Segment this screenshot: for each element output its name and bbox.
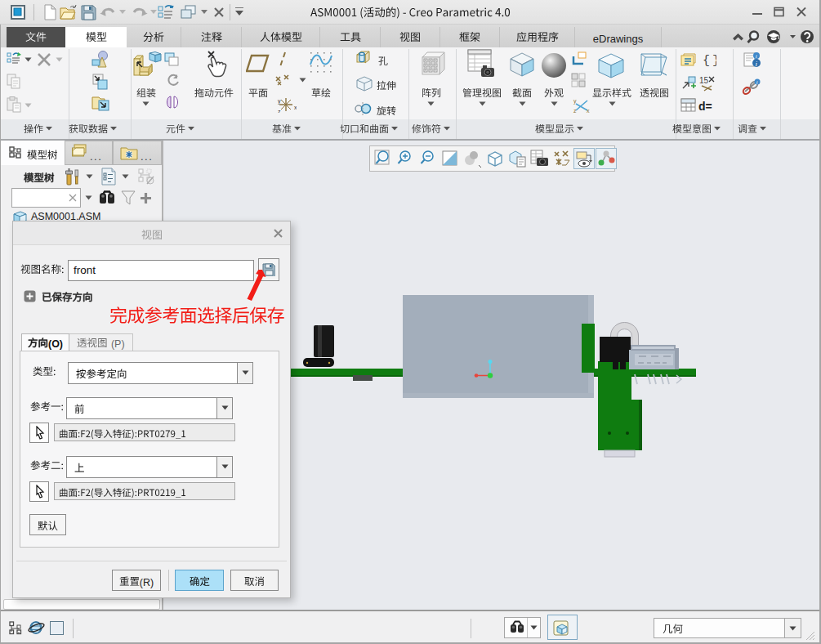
svg-text:x: x <box>587 108 590 114</box>
svg-text:x: x <box>294 105 297 110</box>
svg-text:i: i <box>756 79 758 85</box>
svg-text:z: z <box>278 109 281 113</box>
svg-text:{ }: { } <box>703 54 716 67</box>
svg-text:i: i <box>756 53 757 60</box>
svg-text:z: z <box>573 108 577 114</box>
svg-text:15: 15 <box>699 76 709 85</box>
svg-text:d=: d= <box>698 100 712 113</box>
